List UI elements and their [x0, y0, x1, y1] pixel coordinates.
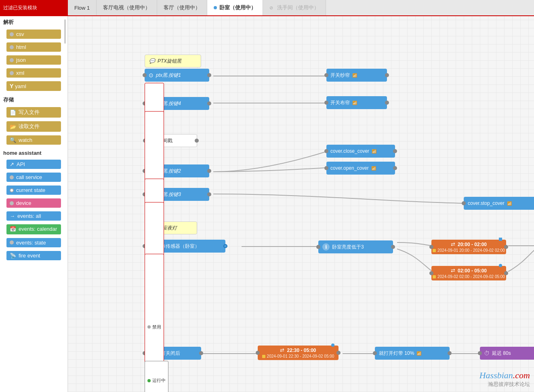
node-delay[interactable]: ⏱ 延迟 80s [480, 347, 534, 360]
ptx3-port-right [207, 192, 211, 196]
tab-active-dot [214, 6, 217, 9]
human-disabled-dot [147, 325, 151, 329]
node-time3[interactable]: ⇄ 22:30 - 05:00 2024-09-01 22:30 - 2024-… [258, 346, 338, 360]
open10-wifi: 📶 [416, 351, 421, 356]
open10-port-right [448, 351, 452, 355]
node-open-10[interactable]: 就打开灯带 10% 📶 [375, 347, 450, 360]
close-cover-port-right [393, 149, 397, 153]
tab-living-tv[interactable]: 客厅电视（使用中） [97, 0, 157, 15]
delay-port-left [478, 351, 482, 355]
node-buchuang[interactable]: 开关布帘 📶 [326, 96, 387, 109]
node-ptx1[interactable]: ⊙ ptx黑.按键1 [145, 69, 209, 82]
buchuang-port-left [324, 101, 328, 105]
sidebar-item-html[interactable]: html [6, 42, 61, 52]
sidebar-item-fire-event[interactable]: 📡 fire event [6, 251, 61, 260]
brightness-port-right [391, 245, 395, 249]
tab-bedroom[interactable]: 卧室（使用中） [207, 0, 263, 15]
ptx4-port-right [207, 101, 211, 105]
sidebar-item-current-state[interactable]: current state [6, 185, 61, 195]
time1-top-dot [499, 238, 502, 241]
main-area: 解析 csv html json [0, 16, 534, 392]
close-cover-port-left [324, 149, 328, 153]
node-shachuang[interactable]: 开关纱帘 📶 [326, 69, 387, 82]
shachuang-port-left [324, 73, 328, 77]
events-state-dot [10, 240, 14, 244]
stop-cover-wifi: 📶 [507, 201, 512, 206]
section-parse-title: 解析 [0, 16, 67, 27]
node-time2[interactable]: ⇄ 02:00 - 05:00 2024-09-02 02:00 - 2024-… [431, 266, 506, 280]
section-storage-title: 存储 [0, 94, 67, 104]
buchuang-wifi: 📶 [352, 101, 357, 105]
sidebar-item-device[interactable]: device [6, 198, 61, 208]
time2-port-left [429, 271, 433, 275]
app-container: 过滤已安装模块 Flow 1 客厅电视（使用中） 客厅（使用中） 卧室（使用中）… [0, 0, 534, 392]
node-comment-ptx[interactable]: 💬 PTX旋钮黑 [145, 55, 201, 67]
timer-port-right [195, 139, 199, 143]
desk-running-dot [147, 379, 151, 382]
sidebar: 解析 csv html json [0, 16, 68, 392]
sidebar-item-csv[interactable]: csv [6, 30, 61, 39]
tab-flow1[interactable]: Flow 1 [68, 0, 97, 15]
json-dot [10, 58, 14, 62]
open-cover-port-left [324, 166, 328, 170]
shachuang-wifi: 📶 [352, 73, 357, 78]
node-close-cover[interactable]: cover.close_cover 📶 [326, 145, 395, 158]
time1-port-left [429, 245, 433, 249]
xml-dot [10, 71, 14, 75]
open-cover-port-right [393, 166, 397, 170]
tab-bathroom[interactable]: ⊘ 洗手间（使用中） [263, 0, 326, 15]
open-cover-wifi: 📶 [371, 166, 376, 171]
buchuang-port-right [385, 101, 389, 105]
time2-port-right [504, 271, 508, 275]
sidebar-filter-label: 过滤已安装模块 [0, 0, 68, 15]
time3-port-right [336, 351, 341, 355]
section-ha-title: home assistant [0, 148, 67, 157]
brightness-port-left [316, 245, 320, 249]
desk-off-port-right [199, 351, 203, 355]
node-open-cover[interactable]: cover.open_cover 📶 [326, 162, 395, 175]
html-dot [10, 45, 14, 49]
node-brightness[interactable]: ℹ 卧室亮度低于3 [318, 240, 393, 253]
tab-living[interactable]: 客厅（使用中） [157, 0, 207, 15]
time1-port-right [504, 245, 508, 249]
csv-dot [10, 32, 14, 36]
tab-bar: Flow 1 客厅电视（使用中） 客厅（使用中） 卧室（使用中） ⊘ 洗手间（使… [68, 0, 534, 15]
device-dot [10, 201, 14, 205]
node-stop-cover[interactable]: cover.stop_cover 📶 [464, 197, 534, 210]
sidebar-item-events-state[interactable]: events: state [6, 238, 61, 247]
sidebar-item-events-all[interactable]: → events: all [6, 211, 61, 221]
ptx2-port-right [207, 169, 211, 173]
time3-port-left [256, 351, 260, 355]
open10-port-left [373, 351, 377, 355]
current-state-dot [10, 188, 14, 192]
sidebar-item-events-calendar[interactable]: 📅 events: calendar [6, 224, 61, 234]
sidebar-item-watch[interactable]: 🔍 watch [6, 135, 61, 145]
time3-top-dot [331, 344, 334, 347]
sidebar-item-json[interactable]: json [6, 55, 61, 65]
watermark: Hassbian.com 瀚思彼岸技术论坛 [479, 370, 530, 388]
close-cover-wifi: 📶 [372, 149, 376, 154]
ptx1-port-left [143, 73, 147, 77]
sidebar-item-read-file[interactable]: 📂 读取文件 [6, 121, 61, 132]
top-bar: 过滤已安装模块 Flow 1 客厅电视（使用中） 客厅（使用中） 卧室（使用中）… [0, 0, 534, 16]
call-service-dot [10, 175, 14, 179]
desk-running-badge: 运行中 [145, 361, 168, 392]
shachuang-port-right [385, 73, 389, 77]
sidebar-item-write-file[interactable]: 📄 写入文件 [6, 107, 61, 118]
time2-top-dot [499, 264, 502, 267]
sidebar-item-call-service[interactable]: call service [6, 173, 61, 182]
stop-cover-port-left [462, 201, 466, 205]
human-port-right [223, 244, 227, 248]
sidebar-item-api[interactable]: ↗ API [6, 160, 61, 169]
node-time1[interactable]: ⇄ 20:00 - 02:00 2024-09-01 20:00 - 2024-… [431, 240, 506, 254]
sidebar-item-xml[interactable]: xml [6, 68, 61, 78]
ptx1-port-right [207, 73, 211, 77]
sidebar-item-yaml[interactable]: Y yaml [6, 81, 61, 91]
flow-canvas[interactable]: 💬 PTX旋钮黑 ⊙ ptx黑.按键1 禁用 ⊙ ptx黑.按键4 [68, 16, 534, 392]
